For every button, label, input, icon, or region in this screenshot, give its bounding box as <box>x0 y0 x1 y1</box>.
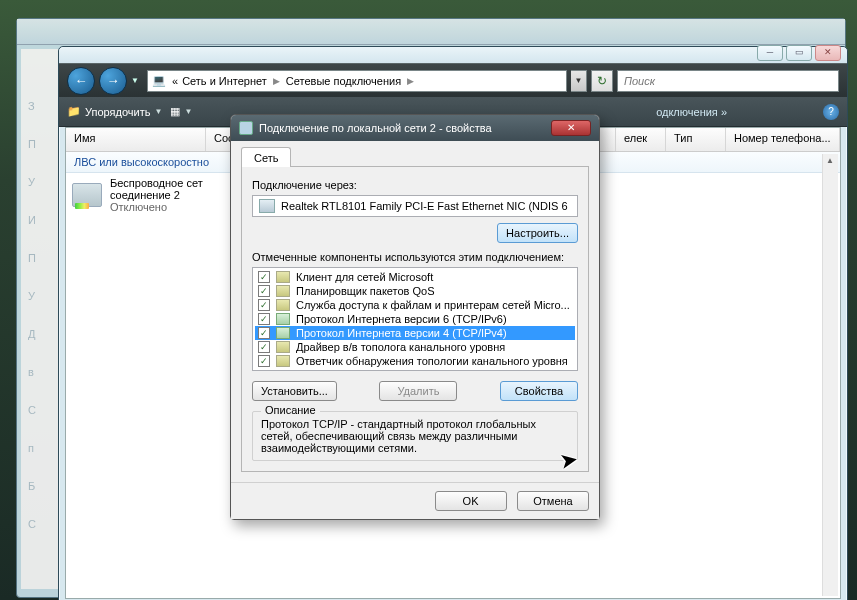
ok-button[interactable]: OK <box>435 491 507 511</box>
group-header-link[interactable]: ЛВС или высокоскоростно <box>74 156 209 168</box>
component-icon <box>276 313 290 325</box>
remove-button: Удалить <box>379 381 457 401</box>
organize-icon: 📁 <box>67 105 81 118</box>
dialog-title: Подключение по локальной сети 2 - свойст… <box>259 122 492 134</box>
nav-back-button[interactable]: ← <box>67 67 95 95</box>
install-button[interactable]: Установить... <box>252 381 337 401</box>
breadcrumb[interactable]: « Сеть и Интернет <box>172 75 267 87</box>
adapter-field: Realtek RTL8101 Family PCI-E Fast Ethern… <box>252 195 578 217</box>
connect-via-label: Подключение через: <box>252 179 578 191</box>
dialog-titlebar[interactable]: Подключение по локальной сети 2 - свойст… <box>231 115 599 141</box>
chevron-down-icon: ▼ <box>184 107 192 116</box>
column-name[interactable]: Имя <box>66 128 206 151</box>
close-button[interactable]: ✕ <box>815 45 841 61</box>
refresh-button[interactable]: ↻ <box>591 70 613 92</box>
component-label: Протокол Интернета версии 4 (TCP/IPv4) <box>296 327 507 339</box>
chevron-right-icon: ▶ <box>273 76 280 86</box>
address-dropdown[interactable]: ▼ <box>571 70 587 92</box>
help-button[interactable]: ? <box>823 104 839 120</box>
checkbox[interactable]: ✓ <box>258 355 270 367</box>
component-item[interactable]: ✓Планировщик пакетов QoS <box>255 284 575 298</box>
tab-network[interactable]: Сеть <box>241 147 291 167</box>
component-item[interactable]: ✓Протокол Интернета версии 4 (TCP/IPv4) <box>255 326 575 340</box>
checkbox[interactable]: ✓ <box>258 327 270 339</box>
component-item[interactable]: ✓Протокол Интернета версии 6 (TCP/IPv6) <box>255 312 575 326</box>
component-icon <box>276 299 290 311</box>
component-icon <box>276 285 290 297</box>
checkbox[interactable]: ✓ <box>258 313 270 325</box>
maximize-button[interactable]: ▭ <box>786 45 812 61</box>
description-text: Протокол TCP/IP - стандартный протокол г… <box>261 418 569 454</box>
obscured-left-text: ЗПУ ИПУ ДвС пБС <box>28 100 58 556</box>
component-icon <box>276 355 290 367</box>
cancel-button[interactable]: Отмена <box>517 491 589 511</box>
chevron-down-icon: ▼ <box>154 107 162 116</box>
configure-button[interactable]: Настроить... <box>497 223 578 243</box>
component-icon <box>276 271 290 283</box>
nav-forward-button[interactable]: → <box>99 67 127 95</box>
component-item[interactable]: ✓Служба доступа к файлам и принтерам сет… <box>255 298 575 312</box>
views-button[interactable]: ▦ ▼ <box>170 105 192 118</box>
search-input[interactable]: Поиск <box>617 70 839 92</box>
column-device[interactable]: елек <box>616 128 666 151</box>
tab-strip: Сеть <box>241 147 589 167</box>
component-label: Клиент для сетей Microsoft <box>296 271 433 283</box>
adapter-name: Realtek RTL8101 Family PCI-E Fast Ethern… <box>281 200 568 212</box>
wireless-adapter-icon <box>72 183 102 207</box>
explorer-navbar: ← → ▼ 💻 « Сеть и Интернет ▶ Сетевые подк… <box>59 63 847 97</box>
network-connection-icon <box>239 121 253 135</box>
component-item[interactable]: ✓Клиент для сетей Microsoft <box>255 270 575 284</box>
network-icon: 💻 <box>152 74 166 87</box>
dialog-footer: OK Отмена <box>231 482 599 519</box>
checkbox[interactable]: ✓ <box>258 285 270 297</box>
component-label: Драйвер в/в тополога канального уровня <box>296 341 505 353</box>
component-icon <box>276 341 290 353</box>
properties-button[interactable]: Свойства <box>500 381 578 401</box>
checkbox[interactable]: ✓ <box>258 341 270 353</box>
components-label: Отмеченные компоненты используются этим … <box>252 251 578 263</box>
properties-dialog: Подключение по локальной сети 2 - свойст… <box>230 114 600 520</box>
breadcrumb[interactable]: Сетевые подключения <box>286 75 401 87</box>
chevron-right-icon: ▶ <box>407 76 414 86</box>
component-label: Протокол Интернета версии 6 (TCP/IPv6) <box>296 313 507 325</box>
component-label: Служба доступа к файлам и принтерам сете… <box>296 299 570 311</box>
nav-history-dropdown[interactable]: ▼ <box>131 76 143 85</box>
views-icon: ▦ <box>170 105 180 118</box>
address-bar[interactable]: 💻 « Сеть и Интернет ▶ Сетевые подключени… <box>147 70 567 92</box>
scrollbar[interactable] <box>822 154 838 596</box>
column-type[interactable]: Тип <box>666 128 726 151</box>
checkbox[interactable]: ✓ <box>258 271 270 283</box>
description-legend: Описание <box>261 404 320 416</box>
adapter-icon <box>259 199 275 213</box>
toolbar-link[interactable]: одключения » <box>656 106 727 118</box>
component-item[interactable]: ✓Драйвер в/в тополога канального уровня <box>255 340 575 354</box>
checkbox[interactable]: ✓ <box>258 299 270 311</box>
component-label: Ответчик обнаружения топологии канальног… <box>296 355 568 367</box>
close-button[interactable]: ✕ <box>551 120 591 136</box>
organize-button[interactable]: 📁 Упорядочить ▼ <box>67 105 162 118</box>
components-list[interactable]: ✓Клиент для сетей Microsoft✓Планировщик … <box>252 267 578 371</box>
description-box: Описание Протокол TCP/IP - стандартный п… <box>252 411 578 461</box>
component-icon <box>276 327 290 339</box>
component-item[interactable]: ✓Ответчик обнаружения топологии канально… <box>255 354 575 368</box>
minimize-button[interactable]: ─ <box>757 45 783 61</box>
list-item-label: Беспроводное сет соединение 2 Отключено <box>110 177 203 213</box>
explorer-titlebar[interactable]: ─ ▭ ✕ <box>59 47 847 63</box>
column-phone[interactable]: Номер телефона... <box>726 128 840 151</box>
component-label: Планировщик пакетов QoS <box>296 285 435 297</box>
